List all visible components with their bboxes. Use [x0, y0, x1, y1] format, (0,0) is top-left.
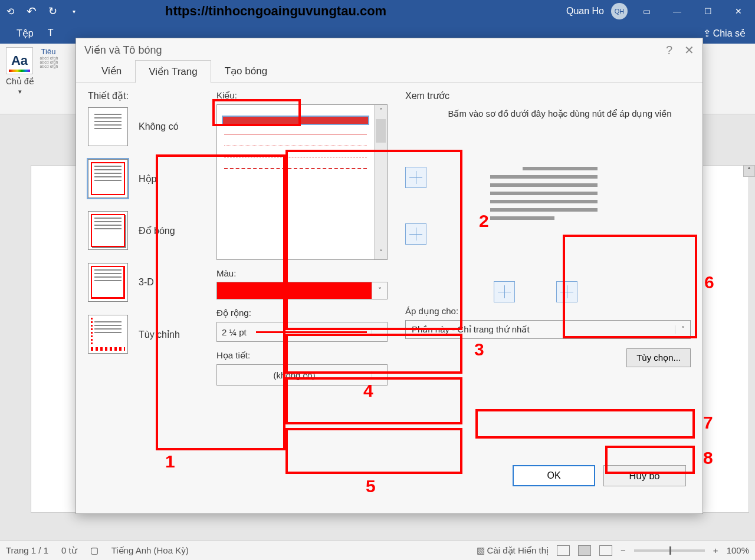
scroll-up-icon[interactable]: ˄: [743, 165, 755, 177]
user-avatar[interactable]: QH: [611, 3, 628, 19]
zoom-in-icon[interactable]: +: [713, 545, 718, 555]
file-tab[interactable]: Tệp: [9, 28, 41, 39]
display-settings[interactable]: ▧Cài đặt Hiển thị: [477, 545, 549, 556]
minimize-icon[interactable]: ―: [665, 2, 689, 20]
tab-page-border[interactable]: Viền Trang: [135, 60, 211, 83]
setting-none-label: Không có: [139, 121, 179, 132]
zoom-out-icon[interactable]: −: [621, 545, 626, 555]
apply-to-heading: Áp dụng cho:: [405, 306, 691, 317]
setting-box-label: Hộp: [139, 173, 156, 185]
border-top-button[interactable]: [405, 167, 426, 188]
status-bar: Trang 1 / 1 0 từ ▢ Tiếng Anh (Hoa Kỳ) ▧C…: [0, 540, 755, 560]
web-layout-icon[interactable]: [599, 545, 612, 556]
maximize-icon[interactable]: ☐: [696, 2, 720, 20]
preview-column: Xem trước Bấm vào sơ đồ dưới đây hoặc dù…: [405, 90, 691, 451]
themes-icon: Aa: [11, 53, 28, 68]
zoom-level[interactable]: 100%: [727, 545, 749, 555]
setting-3d[interactable]: 3-D: [88, 263, 212, 302]
share-button[interactable]: ⇪ Chia sẻ: [703, 28, 746, 39]
setting-3d-label: 3-D: [139, 277, 154, 288]
width-heading: Độ rộng:: [216, 308, 388, 318]
style-heading: Kiểu:: [216, 90, 388, 101]
themes-button[interactable]: Aa: [6, 47, 33, 74]
save-icon[interactable]: ⟲: [5, 6, 15, 17]
themes-label: Chủ đề▾: [6, 77, 34, 95]
art-heading: Họa tiết:: [216, 350, 388, 361]
setting-none[interactable]: Không có: [88, 107, 212, 146]
title-style[interactable]: Tiêu: [41, 47, 58, 56]
ribbon-display-icon[interactable]: ▭: [635, 2, 658, 20]
preview-area: [405, 131, 691, 302]
scroll-down-icon[interactable]: ˅: [375, 246, 387, 259]
page-indicator[interactable]: Trang 1 / 1: [6, 545, 48, 555]
dialog-title-bar: Viền và Tô bóng ? ✕: [76, 38, 703, 62]
dialog-title: Viền và Tô bóng: [84, 44, 162, 57]
borders-shading-dialog: Viền và Tô bóng ? ✕ Viền Viền Trang Tạo …: [76, 38, 703, 514]
color-dropdown[interactable]: ˅: [216, 282, 388, 299]
setting-shadow[interactable]: Đổ bóng: [88, 211, 212, 250]
dialog-help-icon[interactable]: ?: [666, 44, 672, 57]
style-column: Kiểu: ˄ ˅ Màu: ˅: [216, 90, 388, 451]
window-close-icon[interactable]: ✕: [727, 2, 750, 20]
art-dropdown[interactable]: (không có) ˅: [216, 364, 388, 386]
proofing-icon[interactable]: ▢: [90, 545, 99, 556]
share-icon: ⇪: [703, 28, 711, 39]
color-swatch: [217, 282, 372, 299]
settings-heading: Thiết đặt:: [88, 90, 212, 101]
preview-hint: Bấm vào sơ đồ dưới đây hoặc dùng nút để …: [441, 107, 679, 120]
setting-custom-label: Tùy chỉnh: [139, 329, 180, 340]
border-right-button[interactable]: [556, 281, 577, 302]
chevron-down-icon[interactable]: ˅: [372, 282, 387, 299]
dialog-tabs: Viền Viền Trang Tạo bóng: [76, 60, 703, 83]
share-label: Chia sẻ: [713, 28, 746, 39]
word-count[interactable]: 0 từ: [61, 545, 77, 556]
language-indicator[interactable]: Tiếng Anh (Hoa Kỳ): [111, 545, 189, 556]
title-style-sub: abcd efghabcd efghabcd efgh: [40, 56, 58, 68]
apply-to-dropdown[interactable]: Phần này - Chỉ trang thứ nhất ˅: [405, 320, 691, 339]
title-bar: ⟲ ↶ ↻ ▾ https://tinhocngoainguvungtau.co…: [0, 0, 755, 22]
chevron-down-icon[interactable]: ˅: [675, 325, 690, 334]
apply-to-value: Phần này - Chỉ trang thứ nhất: [406, 324, 675, 335]
qat-more-icon[interactable]: ▾: [68, 6, 79, 17]
user-name: Quan Ho: [566, 6, 604, 17]
setting-custom[interactable]: Tùy chỉnh: [88, 315, 212, 354]
color-heading: Màu:: [216, 268, 388, 278]
overlay-url: https://tinhocngoainguvungtau.com: [165, 4, 386, 19]
scroll-up-icon[interactable]: ˄: [375, 105, 387, 118]
setting-box[interactable]: Hộp: [88, 159, 212, 198]
style-listbox[interactable]: ˄ ˅: [216, 104, 388, 260]
setting-shadow-label: Đổ bóng: [139, 225, 175, 236]
ok-button[interactable]: OK: [513, 465, 595, 486]
art-value: (không có): [217, 370, 372, 380]
dialog-footer: OK Hủy bỏ: [76, 465, 703, 486]
chevron-down-icon[interactable]: ˅: [372, 328, 387, 336]
tab-shading[interactable]: Tạo bóng: [211, 60, 281, 83]
ribbon-tab-hidden[interactable]: T: [41, 28, 61, 38]
read-mode-icon[interactable]: [557, 545, 570, 556]
tab-borders[interactable]: Viền: [88, 60, 135, 83]
redo-icon[interactable]: ↻: [47, 6, 58, 17]
style-scrollbar[interactable]: ˄ ˅: [374, 105, 387, 259]
settings-column: Thiết đặt: Không có Hộp Đổ bóng 3-D Tùy …: [88, 90, 212, 451]
preview-diagram[interactable]: [482, 155, 606, 249]
border-bottom-button[interactable]: [405, 223, 426, 245]
dialog-close-icon[interactable]: ✕: [684, 43, 694, 57]
width-sample: [256, 331, 367, 333]
preview-heading: Xem trước: [405, 90, 691, 101]
options-button[interactable]: Tùy chọn...: [626, 348, 691, 367]
chevron-down-icon[interactable]: ˅: [372, 371, 387, 379]
undo-icon[interactable]: ↶: [26, 6, 37, 17]
cancel-button[interactable]: Hủy bỏ: [603, 465, 686, 486]
width-value: 2 ¼ pt: [217, 327, 251, 337]
width-dropdown[interactable]: 2 ¼ pt ˅: [216, 322, 388, 342]
zoom-slider[interactable]: [634, 549, 705, 552]
border-left-button[interactable]: [494, 281, 515, 302]
print-layout-icon[interactable]: [578, 545, 591, 556]
